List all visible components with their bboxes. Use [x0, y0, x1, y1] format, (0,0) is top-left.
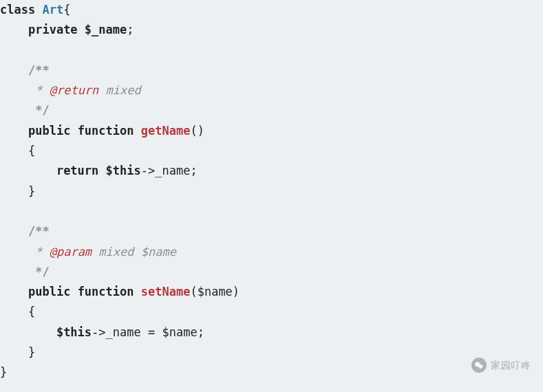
docblock-close: */ [28, 103, 50, 117]
keyword-public: public [28, 124, 70, 138]
code-block: class Art{ private $_name; /** * @return… [0, 0, 543, 383]
assign-eq: = [141, 325, 162, 339]
this-var: $this [106, 164, 141, 177]
keyword-function: function [78, 285, 134, 298]
return-type: mixed [98, 83, 140, 97]
param-rest: mixed $name [92, 245, 176, 259]
parens: () [190, 124, 204, 138]
docblock-open: /** [28, 224, 50, 238]
brace-close: } [0, 365, 7, 379]
method-getname: getName [141, 124, 191, 138]
return-tag: @return [50, 83, 99, 97]
docblock-close: */ [28, 265, 50, 279]
param-var: $name [198, 285, 233, 298]
docblock-star: * [28, 83, 42, 97]
brace-open: { [28, 144, 35, 157]
method-setname: setName [141, 285, 191, 298]
arrow-access: ->_name; [141, 164, 198, 177]
brace-close: } [28, 345, 35, 359]
docblock-star: * [28, 245, 42, 259]
class-name: Art [42, 3, 63, 17]
param-var: $name [162, 325, 197, 339]
property-name: $_name [85, 23, 127, 36]
docblock-open: /** [28, 63, 50, 77]
semicolon: ; [127, 23, 134, 36]
brace-open: { [63, 3, 70, 17]
keyword-private: private [28, 23, 78, 36]
keyword-class: class [0, 3, 35, 17]
arrow-access: ->_name [92, 325, 141, 339]
keyword-public: public [28, 285, 70, 298]
keyword-function: function [78, 124, 134, 138]
this-var: $this [56, 325, 92, 339]
param-tag: @param [50, 245, 92, 259]
keyword-return: return [56, 164, 98, 177]
paren-close: ) [233, 285, 239, 298]
brace-open: { [28, 305, 35, 318]
brace-close: } [28, 184, 35, 198]
semicolon: ; [198, 325, 204, 339]
paren-open: ( [190, 285, 197, 298]
